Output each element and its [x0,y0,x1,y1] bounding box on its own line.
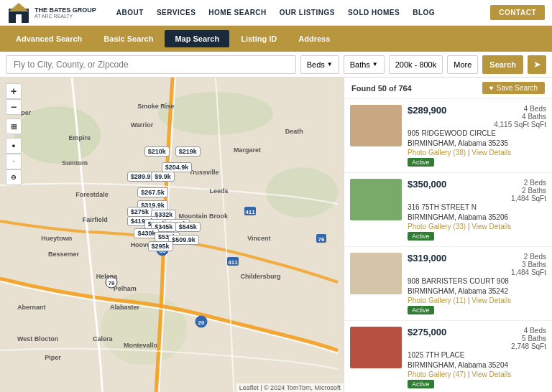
zoom-in-button[interactable]: + [6,83,22,99]
nav-about[interactable]: About [111,6,150,19]
listing-price: $275,000 [408,327,446,337]
city-label: Leeds [210,187,229,195]
listing-specs-right: 4 Beds4 Baths4,115 SqFt SqFt [494,105,546,129]
tab-listing-id[interactable]: Listing ID [231,30,287,47]
brand-tagline: AT ARC REALTY [34,14,96,19]
svg-rect-2 [16,14,22,23]
beds-filter[interactable]: Beds ▼ [300,55,339,74]
city-label: Helena [96,273,118,280]
beds-dropdown-arrow: ▼ [327,61,333,67]
nav-services[interactable]: Services [151,6,201,19]
svg-text:411: 411 [245,209,255,215]
nav-home-search[interactable]: Home Search [203,6,272,19]
listing-status-badge: Active [408,232,434,241]
city-label: Pelham [114,285,137,292]
city-label: Hueytown [41,235,72,242]
main-content: 78 65 20 411 411 76 + − ⊞ [0,78,552,392]
listing-item[interactable]: $319,0002 Beds3 Baths1,484 SqFt908 BARRI… [344,247,552,321]
contact-button[interactable]: Contact [490,5,545,20]
city-label: Abernant [17,304,46,311]
minus-circle-button[interactable]: ⊖ [6,169,22,185]
svg-marker-1 [9,3,29,11]
svg-point-6 [266,167,338,218]
baths-filter[interactable]: Baths ▼ [344,55,385,74]
city-label: West Blocton [17,335,58,342]
svg-rect-14 [227,257,239,266]
results-header: Found 50 of 764 ♥ Save Search [344,78,552,99]
tab-basic-search[interactable]: Basic Search [93,30,163,47]
zoom-out-button[interactable]: − [6,99,22,115]
map-container[interactable]: 78 65 20 411 411 76 + − ⊞ [0,78,344,392]
price-marker[interactable]: $295k [148,241,173,251]
price-filter[interactable]: 200k - 800k [389,55,443,74]
nav-sold-homes[interactable]: Sold Homes [342,6,405,19]
save-search-button[interactable]: ♥ Save Search [482,82,545,94]
results-count: Found 50 of 764 [351,84,412,93]
svg-text:411: 411 [228,259,238,266]
listing-gallery[interactable]: Photo Gallery (38) | View Details [408,149,546,157]
location-search-input[interactable] [6,55,296,74]
price-marker[interactable]: $275k [127,207,152,217]
listing-item[interactable]: $275,0004 Beds5 Baths2,748 SqFt1025 7TH … [344,321,552,392]
tab-map-search[interactable]: Map Search [165,30,229,47]
listing-thumbnail [350,327,402,368]
tab-address[interactable]: Address [288,30,340,47]
city-label: Bessemer [48,251,79,258]
baths-dropdown-arrow: ▼ [372,61,378,67]
locate-icon: ➤ [533,59,541,70]
svg-rect-18 [316,234,326,243]
svg-point-8 [106,276,117,288]
circle-button[interactable]: ● [6,138,22,154]
logo-icon [7,1,30,24]
listing-gallery[interactable]: Photo Gallery (47) | View Details [408,370,546,378]
more-filters-button[interactable]: More [447,55,478,74]
nav-our-listings[interactable]: Our Listings [274,6,341,19]
city-label: Smoke Rise [137,103,174,110]
layer-button[interactable]: ⊞ [6,118,22,134]
nav-items: About Services Home Search Our Listings … [111,6,491,19]
listing-price: $289,900 [408,105,446,116]
svg-point-7 [101,293,187,365]
zoom-controls: + − [6,83,22,115]
city-label: Sumtom [62,159,88,167]
nav-blog[interactable]: Blog [407,6,441,19]
map-attribution: Leaflet | © 2024 TomTom, Microsoft [236,383,344,392]
price-marker[interactable]: $545k [175,222,201,232]
price-marker[interactable]: $509.9k [168,235,199,245]
locate-button[interactable]: ➤ [528,55,546,74]
listing-status-badge: Active [408,306,434,314]
listing-thumbnail [350,179,402,220]
layer-controls: ⊞ [6,118,22,134]
price-marker[interactable]: $9.9k [151,172,175,182]
svg-point-5 [158,92,273,135]
city-label: Forestdale [75,191,109,198]
listing-gallery[interactable]: Photo Gallery (11) | View Details [408,297,546,304]
search-button[interactable]: Search [482,55,523,74]
price-marker[interactable]: $267.5k [137,187,168,197]
listing-price: $319,000 [408,253,446,263]
listing-status-badge: Active [408,158,434,167]
logo[interactable]: the bates group AT ARC REALTY [7,1,96,24]
listing-address: 905 RIDGEWOOD CIRCLEBIRMINGHAM, Alabama … [408,129,546,149]
listing-item[interactable]: $289,9004 Beds4 Baths4,115 SqFt SqFt905 … [344,99,552,173]
price-marker[interactable]: $219k [175,146,201,157]
dot-button[interactable]: · [6,154,22,169]
svg-text:76: 76 [318,236,325,243]
listings-scroll[interactable]: $289,9004 Beds4 Baths4,115 SqFt SqFt905 … [344,99,552,392]
city-label: Fairfield [83,216,108,223]
listing-address: 908 BARRISTERS COURT 908BIRMINGHAM, Alab… [408,276,546,297]
listing-specs-right: 2 Beds2 Baths1,484 SqFt [511,179,546,202]
listing-address: 316 75TH STREET NBIRMINGHAM, Alabama 352… [408,202,546,223]
listing-item[interactable]: $350,0002 Beds2 Baths1,484 SqFt316 75TH … [344,173,552,247]
city-label: Piper [45,354,61,361]
heart-icon: ♥ [489,84,494,92]
price-marker[interactable]: $210k [144,146,170,157]
svg-text:78: 78 [109,280,115,286]
listing-specs-right: 2 Beds3 Baths1,484 SqFt [511,253,546,276]
listing-specs-right: 4 Beds5 Baths2,748 SqFt [511,327,546,350]
listing-gallery[interactable]: Photo Gallery (33) | View Details [408,223,546,230]
tab-advanced-search[interactable]: Advanced Search [6,30,92,47]
city-label: Childersburg [241,273,281,280]
price-marker[interactable]: $204.9k [162,162,193,172]
results-panel: Found 50 of 764 ♥ Save Search $289,9004 … [344,78,552,392]
